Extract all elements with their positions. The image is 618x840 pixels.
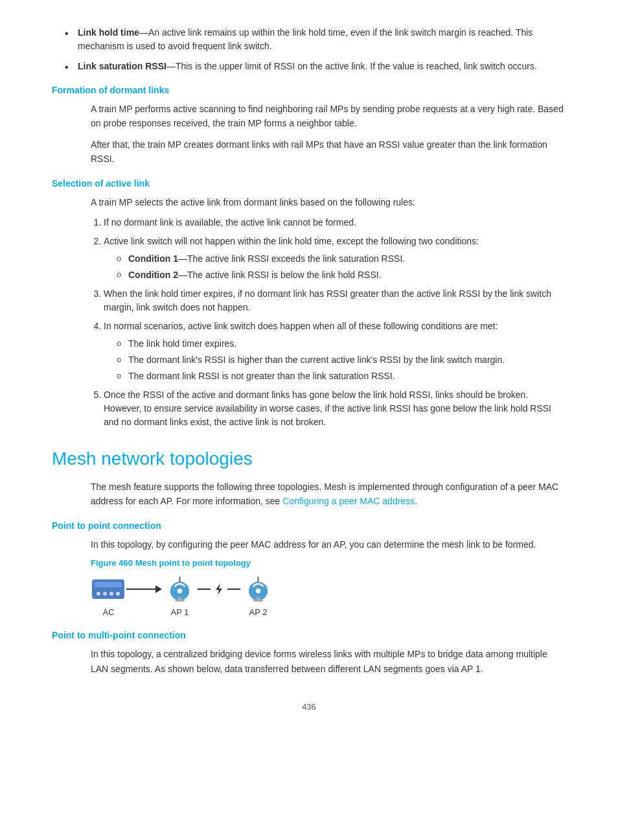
condition-timer: The link hold timer expires. — [117, 337, 566, 351]
dormant-links-para1: A train MP performs active scanning to f… — [52, 102, 566, 131]
rule-1: If no dormant link is available, the act… — [104, 216, 566, 229]
desc-link-hold-time: —An active link remains up within the li… — [78, 27, 532, 51]
svg-rect-10 — [178, 597, 182, 600]
connector-ac-ap1 — [126, 585, 162, 593]
page-number: 436 — [52, 702, 566, 712]
mesh-intro: The mesh feature supports the following … — [52, 480, 566, 509]
ap1-device: AP 1 — [162, 574, 198, 617]
ap2-label: AP 2 — [249, 607, 268, 617]
dormant-links-heading: Formation of dormant links — [52, 85, 566, 95]
peer-mac-link[interactable]: Configuring a peer MAC address — [282, 496, 415, 506]
svg-point-2 — [97, 592, 100, 596]
ac-icon — [91, 574, 126, 603]
ap2-device: AP 2 — [240, 574, 276, 617]
active-link-intro: A train MP selects the active link from … — [52, 195, 566, 209]
active-link-heading: Selection of active link — [52, 178, 566, 189]
ac-label: AC — [102, 607, 114, 617]
bullet-link-saturation: Link saturation RSSI—This is the upper l… — [65, 60, 566, 73]
figure-460-container: AC — [52, 574, 566, 617]
ap1-icon — [162, 574, 198, 603]
svg-marker-11 — [216, 583, 222, 595]
point-to-multipoint-heading: Point to multi-point connection — [52, 630, 566, 640]
svg-point-8 — [177, 589, 182, 593]
dormant-links-para2: After that, the train MP creates dormant… — [52, 137, 566, 167]
ap1-label: AP 1 — [171, 607, 189, 617]
condition-rssi-not-greater: The dormant link RSSI is not greater tha… — [117, 369, 566, 383]
svg-rect-1 — [95, 582, 122, 587]
connector-ap1-ap2 — [198, 582, 240, 596]
rule-4: In normal scenarios, active link switch … — [104, 320, 566, 383]
intro-bullet-list: Link hold time—An active link remains up… — [52, 26, 566, 73]
term-link-hold-time: Link hold time — [78, 27, 139, 38]
term-link-saturation: Link saturation RSSI — [78, 61, 166, 71]
bullet-link-hold-time: Link hold time—An active link remains up… — [65, 26, 566, 53]
rule-2-subitems: Condition 1—The active link RSSI exceeds… — [104, 252, 566, 282]
condition-2: Condition 2—The active link RSSI is belo… — [117, 268, 566, 282]
svg-point-4 — [109, 592, 113, 596]
rule-5: Once the RSSI of the active and dormant … — [104, 388, 566, 429]
mesh-diagram: AC — [91, 574, 566, 617]
point-to-multipoint-text: In this topology, a centralized bridging… — [52, 647, 566, 676]
point-to-point-text: In this topology, by configuring the pee… — [52, 537, 566, 552]
rule-4-subitems: The link hold timer expires. The dormant… — [104, 337, 566, 383]
svg-point-5 — [116, 592, 120, 596]
svg-point-14 — [256, 589, 260, 593]
desc-link-saturation: —This is the upper limit of RSSI on the … — [166, 61, 537, 71]
rule-2: Active link switch will not happen withi… — [104, 235, 566, 282]
figure-460-label: Figure 460 Mesh point to point topology — [52, 558, 566, 568]
svg-rect-16 — [257, 597, 260, 600]
condition-1: Condition 1—The active link RSSI exceeds… — [117, 252, 566, 266]
mesh-topologies-heading: Mesh network topologies — [52, 449, 566, 469]
ap2-icon — [240, 574, 276, 603]
point-to-point-heading: Point to point connection — [52, 520, 566, 531]
svg-point-3 — [103, 592, 107, 596]
rule-3: When the link hold timer expires, if no … — [104, 287, 566, 314]
ac-device: AC — [91, 574, 126, 617]
active-link-rules: If no dormant link is available, the act… — [52, 216, 566, 429]
condition-rssi-higher: The dormant link's RSSI is higher than t… — [117, 353, 566, 367]
